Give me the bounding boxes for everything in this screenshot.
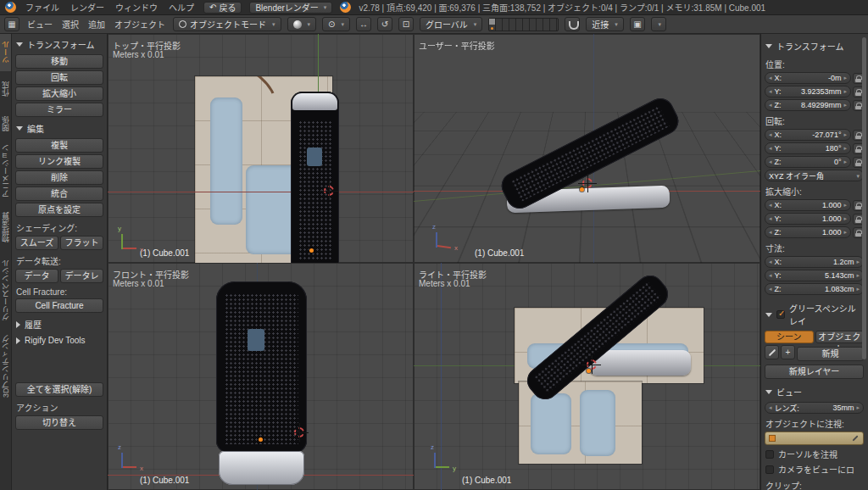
cell-fracture-button[interactable]: Cell Fracture (15, 298, 103, 313)
rotation-mode-select[interactable]: XYZ オイラー角 (765, 170, 864, 181)
scale-y-field[interactable]: Y: 1.000 (765, 213, 851, 225)
blender-logo-icon[interactable] (5, 2, 16, 13)
add-button[interactable]: + (781, 345, 795, 359)
join-button[interactable]: 統合 (15, 187, 103, 201)
tab-scene[interactable]: シーン (765, 331, 814, 343)
delete-button[interactable]: 削除 (15, 170, 103, 185)
viewport-top[interactable]: トップ・平行投影 Meters x 0.01 (1) Cube.001 x y (108, 34, 414, 263)
scale-z-field[interactable]: Z: 1.000 (765, 226, 851, 238)
menu-file[interactable]: ファイル (24, 1, 61, 14)
menu-help[interactable]: ヘルプ (167, 1, 196, 14)
render-opengl-anim-button[interactable] (651, 17, 666, 31)
panel-grease-pencil-header[interactable]: グリースペンシルレイ (765, 297, 864, 329)
cursor-3d[interactable] (324, 186, 334, 196)
snap-element-select[interactable]: 近接 (586, 17, 624, 31)
select-all-button[interactable]: 全てを選択(解除) (15, 382, 103, 397)
eyedropper-icon[interactable] (851, 434, 860, 443)
lock-cursor-row[interactable]: カーソルを注視 (765, 448, 863, 460)
panel-transform-header[interactable]: トランスフォーム (15, 35, 103, 53)
scale-button[interactable]: 拡大縮小 (15, 86, 103, 101)
checkbox-icon[interactable] (765, 465, 774, 474)
duplicate-button[interactable]: 複製 (15, 138, 103, 153)
dimensions-x-field[interactable]: X: 1.2cm (765, 256, 864, 268)
toggle-dropdown[interactable]: 切り替え (15, 415, 103, 430)
axis-value: 1.000 (822, 228, 842, 237)
tab-animation[interactable]: アニメーション (0, 141, 11, 202)
layers-widget[interactable] (488, 18, 559, 31)
snap-toggle-button[interactable] (565, 17, 580, 31)
cursor-3d[interactable] (587, 359, 597, 370)
menu-select[interactable]: 選択 (60, 18, 81, 31)
menu-add[interactable]: 追加 (86, 18, 107, 31)
location-y-field[interactable]: Y: 3.92353mm (765, 86, 851, 97)
data-layout-button[interactable]: データレ (60, 269, 103, 283)
dimensions-y-field[interactable]: Y: 5.143cm (765, 270, 864, 281)
back-button[interactable]: ↶ 戻る (203, 2, 242, 14)
tab-grease-pencil[interactable]: グリースペンシル (0, 253, 11, 327)
menu-window[interactable]: ウィンドウ (114, 1, 159, 14)
panel-title: グリースペンシルレイ (789, 302, 863, 327)
lens-slider[interactable]: レンズ: 35mm (765, 402, 864, 414)
editor-type-button[interactable]: ▦ (4, 17, 19, 31)
panel-history-header[interactable]: 履歴 (15, 315, 103, 332)
rotate-manipulator-button[interactable]: ↺ (377, 17, 392, 31)
axis-label: X: (775, 131, 782, 139)
menu-object[interactable]: オブジェクト (113, 18, 167, 31)
dimensions-z-field[interactable]: Z: 1.083cm (765, 283, 864, 295)
scale-x-field[interactable]: X: 1.000 (765, 199, 851, 211)
panel-edit-header[interactable]: 編集 (15, 119, 103, 136)
menu-render[interactable]: レンダー (69, 1, 106, 14)
location-x-field[interactable]: X: -0m (765, 72, 851, 84)
menu-view[interactable]: ビュー (25, 18, 54, 31)
pivot-select[interactable]: ⊙ (322, 17, 350, 31)
gp-new-button[interactable]: 新規 (797, 347, 864, 361)
checkbox-icon[interactable] (776, 310, 785, 319)
draw-pencil-button[interactable] (765, 345, 779, 359)
panel-transform-header[interactable]: トランスフォーム (765, 35, 864, 54)
mode-select[interactable]: オブジェクトモード (173, 17, 281, 31)
tab-physics[interactable]: 物理演算 (0, 202, 11, 253)
checkbox-icon[interactable] (765, 450, 774, 459)
case-model[interactable] (589, 350, 691, 376)
phone-model[interactable] (291, 92, 339, 263)
flat-button[interactable]: フラット (60, 236, 103, 250)
tab-tools[interactable]: ツール (0, 34, 11, 71)
rotation-y-field[interactable]: Y: 180° (765, 142, 851, 154)
rotation-x-field[interactable]: X: -27.071° (765, 129, 851, 141)
tab-3d-printing[interactable]: 3Dプリンティング (0, 327, 11, 405)
location-z-field[interactable]: Z: 8.49299mm (765, 99, 851, 111)
phone-model[interactable] (216, 281, 307, 453)
case-bottom[interactable] (219, 451, 304, 485)
cursor-3d[interactable] (582, 178, 593, 188)
shading-select[interactable] (287, 17, 317, 31)
mirror-button[interactable]: ミラー (15, 103, 103, 117)
viewport-right[interactable]: ライト・平行投影 Meters x 0.01 (1) Cube.001 y z (414, 263, 760, 490)
tab-object[interactable]: オブジェクト (815, 331, 865, 343)
set-origin-dropdown[interactable]: 原点を設定 (15, 203, 103, 217)
rotation-z-field[interactable]: Z: 0° (765, 156, 851, 168)
duplicate-linked-button[interactable]: リンク複製 (15, 154, 103, 169)
scale-manipulator-button[interactable]: ⊡ (398, 17, 414, 31)
mode-value: オブジェクトモード (190, 18, 266, 31)
tab-relations[interactable]: 関係 (0, 107, 11, 141)
render-opengl-button[interactable]: ▣ (630, 17, 645, 31)
orientation-select[interactable]: グローバル (420, 17, 482, 31)
viewport-user[interactable]: ユーザー・平行投影 (1) Cube.001 x z (414, 34, 760, 263)
viewport-front[interactable]: フロント・平行投影 Meters x 0.01 (1) Cube.001 x z (108, 263, 414, 490)
translate-manipulator-button[interactable]: ↔ (356, 17, 371, 31)
tab-create[interactable]: 作成 (0, 71, 11, 107)
smooth-button[interactable]: スムーズ (15, 236, 58, 250)
lock-object-field[interactable] (765, 432, 864, 445)
panel-title: ビュー (776, 386, 802, 398)
axis-value: 8.49299mm (801, 101, 842, 109)
data-button[interactable]: データ (15, 269, 58, 283)
scrollbar[interactable] (862, 37, 866, 359)
cursor-3d[interactable] (294, 427, 304, 437)
move-button[interactable]: 移動 (15, 54, 103, 69)
lock-camera-row[interactable]: カメラをビューにロ (765, 463, 863, 476)
render-engine-select[interactable]: Blenderレンダー (249, 2, 332, 14)
panel-view-header[interactable]: ビュー (765, 381, 864, 400)
panel-rigify-header[interactable]: Rigify Dev Tools (15, 332, 103, 347)
gp-new-layer-button[interactable]: 新規レイヤー (765, 365, 864, 379)
rotate-button[interactable]: 回転 (15, 70, 103, 85)
